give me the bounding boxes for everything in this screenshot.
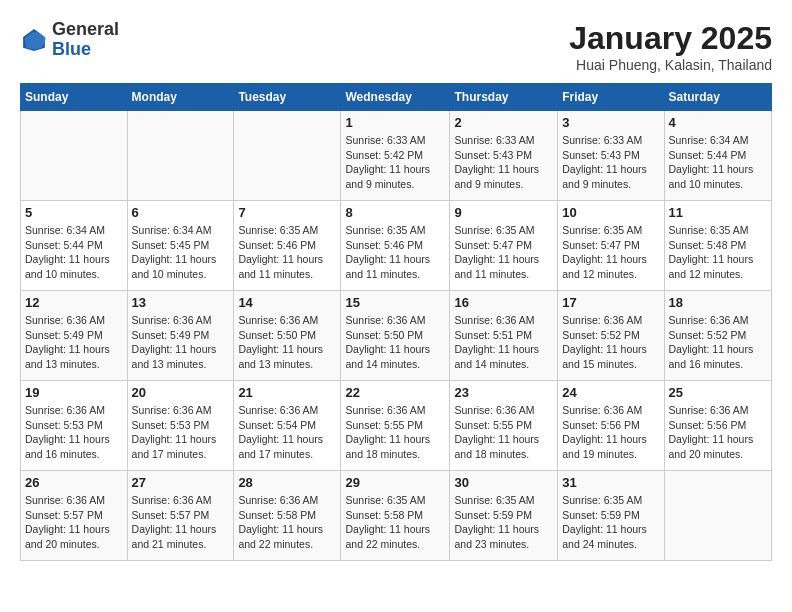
logo-text: General Blue (52, 20, 119, 60)
calendar-cell: 9Sunrise: 6:35 AM Sunset: 5:47 PM Daylig… (450, 201, 558, 291)
day-number: 25 (669, 385, 767, 400)
day-info: Sunrise: 6:35 AM Sunset: 5:58 PM Dayligh… (345, 493, 445, 552)
day-number: 30 (454, 475, 553, 490)
weekday-header-wednesday: Wednesday (341, 84, 450, 111)
day-number: 26 (25, 475, 123, 490)
calendar-cell: 19Sunrise: 6:36 AM Sunset: 5:53 PM Dayli… (21, 381, 128, 471)
day-number: 2 (454, 115, 553, 130)
weekday-header-saturday: Saturday (664, 84, 771, 111)
weekday-header-friday: Friday (558, 84, 664, 111)
logo: General Blue (20, 20, 119, 60)
day-info: Sunrise: 6:36 AM Sunset: 5:53 PM Dayligh… (132, 403, 230, 462)
calendar-cell (127, 111, 234, 201)
day-number: 22 (345, 385, 445, 400)
day-number: 28 (238, 475, 336, 490)
calendar-cell: 12Sunrise: 6:36 AM Sunset: 5:49 PM Dayli… (21, 291, 128, 381)
day-info: Sunrise: 6:36 AM Sunset: 5:55 PM Dayligh… (454, 403, 553, 462)
logo-general: General (52, 19, 119, 39)
calendar-cell: 4Sunrise: 6:34 AM Sunset: 5:44 PM Daylig… (664, 111, 771, 201)
day-info: Sunrise: 6:36 AM Sunset: 5:58 PM Dayligh… (238, 493, 336, 552)
day-number: 12 (25, 295, 123, 310)
calendar-cell: 8Sunrise: 6:35 AM Sunset: 5:46 PM Daylig… (341, 201, 450, 291)
day-number: 24 (562, 385, 659, 400)
day-number: 27 (132, 475, 230, 490)
day-info: Sunrise: 6:34 AM Sunset: 5:44 PM Dayligh… (25, 223, 123, 282)
calendar-header: SundayMondayTuesdayWednesdayThursdayFrid… (21, 84, 772, 111)
title-block: January 2025 Huai Phueng, Kalasin, Thail… (569, 20, 772, 73)
day-number: 5 (25, 205, 123, 220)
day-info: Sunrise: 6:35 AM Sunset: 5:48 PM Dayligh… (669, 223, 767, 282)
day-number: 18 (669, 295, 767, 310)
calendar-cell: 6Sunrise: 6:34 AM Sunset: 5:45 PM Daylig… (127, 201, 234, 291)
logo-icon (20, 26, 48, 54)
day-info: Sunrise: 6:35 AM Sunset: 5:46 PM Dayligh… (238, 223, 336, 282)
day-info: Sunrise: 6:36 AM Sunset: 5:49 PM Dayligh… (132, 313, 230, 372)
day-info: Sunrise: 6:36 AM Sunset: 5:53 PM Dayligh… (25, 403, 123, 462)
day-info: Sunrise: 6:36 AM Sunset: 5:57 PM Dayligh… (132, 493, 230, 552)
calendar-cell: 1Sunrise: 6:33 AM Sunset: 5:42 PM Daylig… (341, 111, 450, 201)
weekday-header-tuesday: Tuesday (234, 84, 341, 111)
weekday-header-thursday: Thursday (450, 84, 558, 111)
calendar-week-row: 12Sunrise: 6:36 AM Sunset: 5:49 PM Dayli… (21, 291, 772, 381)
day-number: 23 (454, 385, 553, 400)
day-info: Sunrise: 6:36 AM Sunset: 5:51 PM Dayligh… (454, 313, 553, 372)
calendar-cell: 16Sunrise: 6:36 AM Sunset: 5:51 PM Dayli… (450, 291, 558, 381)
day-number: 20 (132, 385, 230, 400)
day-number: 4 (669, 115, 767, 130)
day-info: Sunrise: 6:34 AM Sunset: 5:45 PM Dayligh… (132, 223, 230, 282)
day-info: Sunrise: 6:33 AM Sunset: 5:43 PM Dayligh… (562, 133, 659, 192)
day-number: 10 (562, 205, 659, 220)
day-number: 6 (132, 205, 230, 220)
day-number: 31 (562, 475, 659, 490)
calendar-cell: 25Sunrise: 6:36 AM Sunset: 5:56 PM Dayli… (664, 381, 771, 471)
day-info: Sunrise: 6:35 AM Sunset: 5:59 PM Dayligh… (454, 493, 553, 552)
calendar-cell: 10Sunrise: 6:35 AM Sunset: 5:47 PM Dayli… (558, 201, 664, 291)
day-number: 8 (345, 205, 445, 220)
day-number: 9 (454, 205, 553, 220)
location-text: Huai Phueng, Kalasin, Thailand (569, 57, 772, 73)
day-number: 16 (454, 295, 553, 310)
day-info: Sunrise: 6:36 AM Sunset: 5:55 PM Dayligh… (345, 403, 445, 462)
calendar-cell: 23Sunrise: 6:36 AM Sunset: 5:55 PM Dayli… (450, 381, 558, 471)
day-number: 7 (238, 205, 336, 220)
calendar-cell: 30Sunrise: 6:35 AM Sunset: 5:59 PM Dayli… (450, 471, 558, 561)
day-info: Sunrise: 6:35 AM Sunset: 5:47 PM Dayligh… (454, 223, 553, 282)
day-number: 3 (562, 115, 659, 130)
day-info: Sunrise: 6:36 AM Sunset: 5:54 PM Dayligh… (238, 403, 336, 462)
day-info: Sunrise: 6:35 AM Sunset: 5:47 PM Dayligh… (562, 223, 659, 282)
calendar-cell: 7Sunrise: 6:35 AM Sunset: 5:46 PM Daylig… (234, 201, 341, 291)
calendar-cell: 20Sunrise: 6:36 AM Sunset: 5:53 PM Dayli… (127, 381, 234, 471)
calendar-cell: 22Sunrise: 6:36 AM Sunset: 5:55 PM Dayli… (341, 381, 450, 471)
day-info: Sunrise: 6:36 AM Sunset: 5:56 PM Dayligh… (669, 403, 767, 462)
month-year-title: January 2025 (569, 20, 772, 57)
calendar-body: 1Sunrise: 6:33 AM Sunset: 5:42 PM Daylig… (21, 111, 772, 561)
day-info: Sunrise: 6:35 AM Sunset: 5:46 PM Dayligh… (345, 223, 445, 282)
calendar-cell: 21Sunrise: 6:36 AM Sunset: 5:54 PM Dayli… (234, 381, 341, 471)
calendar-table: SundayMondayTuesdayWednesdayThursdayFrid… (20, 83, 772, 561)
calendar-cell (21, 111, 128, 201)
day-number: 15 (345, 295, 445, 310)
calendar-week-row: 5Sunrise: 6:34 AM Sunset: 5:44 PM Daylig… (21, 201, 772, 291)
day-number: 29 (345, 475, 445, 490)
calendar-cell: 5Sunrise: 6:34 AM Sunset: 5:44 PM Daylig… (21, 201, 128, 291)
day-number: 21 (238, 385, 336, 400)
calendar-week-row: 1Sunrise: 6:33 AM Sunset: 5:42 PM Daylig… (21, 111, 772, 201)
day-info: Sunrise: 6:36 AM Sunset: 5:50 PM Dayligh… (238, 313, 336, 372)
day-info: Sunrise: 6:36 AM Sunset: 5:49 PM Dayligh… (25, 313, 123, 372)
calendar-week-row: 26Sunrise: 6:36 AM Sunset: 5:57 PM Dayli… (21, 471, 772, 561)
page-header: General Blue January 2025 Huai Phueng, K… (20, 20, 772, 73)
day-info: Sunrise: 6:34 AM Sunset: 5:44 PM Dayligh… (669, 133, 767, 192)
day-info: Sunrise: 6:35 AM Sunset: 5:59 PM Dayligh… (562, 493, 659, 552)
calendar-cell: 24Sunrise: 6:36 AM Sunset: 5:56 PM Dayli… (558, 381, 664, 471)
calendar-cell: 27Sunrise: 6:36 AM Sunset: 5:57 PM Dayli… (127, 471, 234, 561)
day-info: Sunrise: 6:36 AM Sunset: 5:52 PM Dayligh… (669, 313, 767, 372)
calendar-cell: 17Sunrise: 6:36 AM Sunset: 5:52 PM Dayli… (558, 291, 664, 381)
day-info: Sunrise: 6:33 AM Sunset: 5:43 PM Dayligh… (454, 133, 553, 192)
day-number: 17 (562, 295, 659, 310)
weekday-header-sunday: Sunday (21, 84, 128, 111)
calendar-cell: 11Sunrise: 6:35 AM Sunset: 5:48 PM Dayli… (664, 201, 771, 291)
logo-blue: Blue (52, 39, 91, 59)
day-info: Sunrise: 6:36 AM Sunset: 5:50 PM Dayligh… (345, 313, 445, 372)
calendar-week-row: 19Sunrise: 6:36 AM Sunset: 5:53 PM Dayli… (21, 381, 772, 471)
day-info: Sunrise: 6:36 AM Sunset: 5:57 PM Dayligh… (25, 493, 123, 552)
